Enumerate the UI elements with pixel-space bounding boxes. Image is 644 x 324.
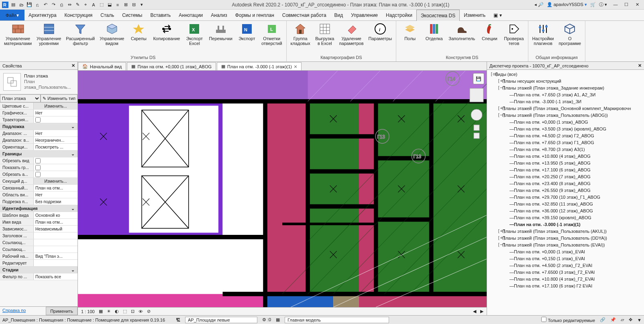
ribbon-cube[interactable]: Опрограмме (557, 22, 583, 47)
tree-node[interactable]: — План на отм. +4.500 (2 этаж)_Г2_EVAI (487, 262, 644, 269)
3d-icon[interactable]: ⬚ (98, 1, 105, 8)
tree-node[interactable]: — План на отм. +7.650 (3 этаж) А1, А2_ЗИ (487, 91, 644, 98)
tree-node[interactable]: — План на отм. +13.950 (5 этаж)_ABOG (487, 159, 644, 166)
ribbon-floors[interactable]: Полы (399, 22, 421, 42)
workset-selector[interactable]: АР_Площади левые (185, 317, 257, 323)
dropdown-icon[interactable]: ▾ (138, 1, 145, 8)
select-face-icon[interactable]: ▱ (621, 317, 624, 322)
tree-node[interactable]: — План на отм. +39.150 (кровля)_ABOG (487, 214, 644, 221)
property-row[interactable]: Заголовок ... (0, 232, 77, 239)
tree-node[interactable]: — План на отм. +0,000 (1 этаж)_EVAI (487, 248, 644, 255)
property-row[interactable]: Шаблон видаОсновной ко (0, 212, 77, 219)
property-row[interactable]: Диапазон: в...Неограничен... (0, 137, 77, 144)
ribbon-info[interactable]: iПараметры (367, 22, 394, 42)
property-row[interactable]: Обрезать вид (0, 157, 77, 164)
dim-icon[interactable]: ✎ (74, 1, 81, 8)
menu-совместная работа[interactable]: Совместная работа (278, 10, 330, 20)
tree-node[interactable]: — План на отм. +7.650 (3 этаж) Г1_ABOG (487, 139, 644, 146)
switch-icon[interactable]: ⊟ (130, 1, 137, 8)
model-icon[interactable]: ▦ (276, 317, 280, 322)
property-row[interactable]: Подрезка п...Без подрезки (0, 198, 77, 205)
tree-node[interactable]: — План на отм. +36.000 (12 этаж)_ABOG (487, 207, 644, 214)
property-row[interactable]: Графическ...Нет (0, 110, 77, 116)
render-icon[interactable]: ⬚ (123, 309, 127, 314)
ribbon-sliders[interactable]: Настройкиплагинов (531, 22, 556, 47)
tree-node[interactable]: — План на отм. -3.000 (-1 этаж)(1) (487, 221, 644, 228)
tree-node[interactable]: [+] Планы несущих конструкций (487, 77, 644, 84)
help-icon[interactable]: ⓘ ▾ (599, 2, 607, 8)
tree-node[interactable]: — План на отм. +32.850 (11 этаж)_ABOG (487, 200, 644, 207)
select-pinned-icon[interactable]: 📌 (610, 317, 616, 322)
ribbon-tag[interactable]: Проверкатегов (502, 22, 525, 47)
menu-вставить[interactable]: Вставить (146, 10, 175, 20)
model-selector[interactable]: Главная модель (285, 317, 389, 323)
select-links-icon[interactable]: 🔗 (600, 317, 605, 322)
ribbon-excel[interactable]: XЭкспортExcel (183, 22, 206, 47)
view-tab[interactable]: ▦ План на отм. +0,000 (1 этаж)_ABOG (127, 62, 216, 70)
property-row[interactable]: Секущий д...Изменить... (0, 178, 77, 185)
menu-надстройки[interactable]: Надстройки (382, 10, 416, 20)
redo-icon[interactable]: ↷ (50, 1, 57, 8)
filter-icon[interactable]: ▼ (637, 318, 642, 322)
tree-node[interactable]: — План на отм. +3.500 (3 этаж) (кровля)_… (487, 125, 644, 132)
scale-label[interactable]: 1 : 100 (81, 309, 95, 314)
save-badge-icon[interactable]: 💾 (473, 73, 484, 84)
ribbon-viewcube[interactable]: Управлениевидом (98, 22, 126, 47)
text-icon[interactable]: A (90, 1, 97, 8)
property-row[interactable]: Ориентаци...Посмотреть ... (0, 144, 77, 151)
ribbon-shoe[interactable]: Заполнитель (447, 22, 477, 42)
ribbon-house[interactable]: Группакладовых (289, 22, 312, 47)
ribbon-arrows[interactable]: Копирование (151, 22, 181, 42)
measure-icon[interactable]: ⇔ (66, 1, 73, 8)
editable-only-checkbox[interactable]: Только редактируемые (541, 317, 595, 323)
property-row[interactable]: Связанный...План на отм... (0, 185, 77, 192)
close-icon[interactable]: ✕ (638, 63, 642, 68)
sync-icon[interactable]: ⎌ (34, 1, 41, 8)
maximize-button[interactable]: ☐ (622, 1, 631, 8)
menu-системы[interactable]: Системы (118, 10, 146, 20)
drawing-canvas[interactable]: Г13 Г13 Г14 💾 (78, 71, 487, 307)
property-row[interactable]: Обрезать а... (0, 171, 77, 178)
tree-node[interactable]: — План на отм. +29.700 (10 этаж)_Г1_ABOG (487, 194, 644, 200)
undo-icon[interactable]: ↶ (42, 1, 49, 8)
close-icon[interactable]: ✕ (71, 63, 75, 68)
menu-анализ[interactable]: Анализ (207, 10, 231, 20)
property-row[interactable]: Ссылающ... (0, 246, 77, 253)
tree-node[interactable]: [+] Планы этажей (План этажа_Основной ко… (487, 105, 644, 112)
edit-type-button[interactable]: ✎ Изменить тип (41, 94, 77, 102)
minimize-button[interactable]: — (611, 1, 620, 8)
menu-экосистема ds[interactable]: Экосистема DS (416, 10, 460, 21)
tag-icon[interactable]: ⌖ (82, 1, 89, 8)
ribbon-navis[interactable]: NЭкспорт (236, 22, 258, 42)
tree-node[interactable]: [−] Планы этажей (План этажа_Задание инж… (487, 84, 644, 91)
property-category[interactable]: Стадии⌄ (0, 267, 77, 273)
property-row[interactable]: Показать гр... (0, 164, 77, 171)
property-category[interactable]: Подложка⌄ (0, 123, 77, 130)
tree-node[interactable]: [−] Планы этажей (План этажа_Пользовател… (487, 241, 644, 248)
tree-node[interactable]: — План на отм. +10.800 (4 этаж)_ABOG (487, 153, 644, 159)
print-icon[interactable]: ⎙ (58, 1, 65, 8)
scroll-right-icon[interactable]: ▶ (480, 309, 483, 314)
tree-node[interactable]: — План на отм. +4.500 (2 этаж) Г2_ABOG (487, 132, 644, 139)
tree-node[interactable]: — План на отм. +0,150 (1 этаж)_EVAI (487, 255, 644, 262)
menu-архитектура[interactable]: Архитектура (24, 10, 61, 20)
section-icon[interactable]: ⬓ (106, 1, 113, 8)
ribbon-collapse[interactable]: ▣ ▾ (489, 10, 505, 20)
property-row[interactable]: Диапазон: ...Нет (0, 130, 77, 137)
close-button[interactable]: ✕ (633, 1, 642, 8)
ribbon-grid[interactable]: Выгрузкав Excel (314, 22, 336, 47)
apply-button[interactable]: Применить (46, 307, 77, 315)
menu-изменить[interactable]: Изменить (460, 10, 489, 20)
close-icon[interactable]: ⊞ (122, 1, 129, 8)
tree-node[interactable]: — План на отм. +20.250 (7 этаж)_ABOG (487, 173, 644, 180)
navigation-bar[interactable] (468, 87, 485, 147)
tree-node[interactable]: — План на отм. +17.100 (6 этаж)_ABOG (487, 166, 644, 173)
thin-icon[interactable]: ≡ (114, 1, 121, 8)
help-link[interactable]: Справка по (0, 307, 46, 315)
ribbon-bricks[interactable]: Управлениематериалами (2, 22, 33, 47)
ribbon-star[interactable]: Скрепы (127, 22, 150, 42)
ribbon-levels[interactable]: Управлениеуровнями (35, 22, 63, 47)
tree-node[interactable]: — План на отм. -3.000 (-1 этаж)_ЗИ (487, 98, 644, 105)
reveal-icon[interactable]: ⊘ (147, 309, 151, 314)
open-icon[interactable]: ▤ (10, 1, 17, 8)
